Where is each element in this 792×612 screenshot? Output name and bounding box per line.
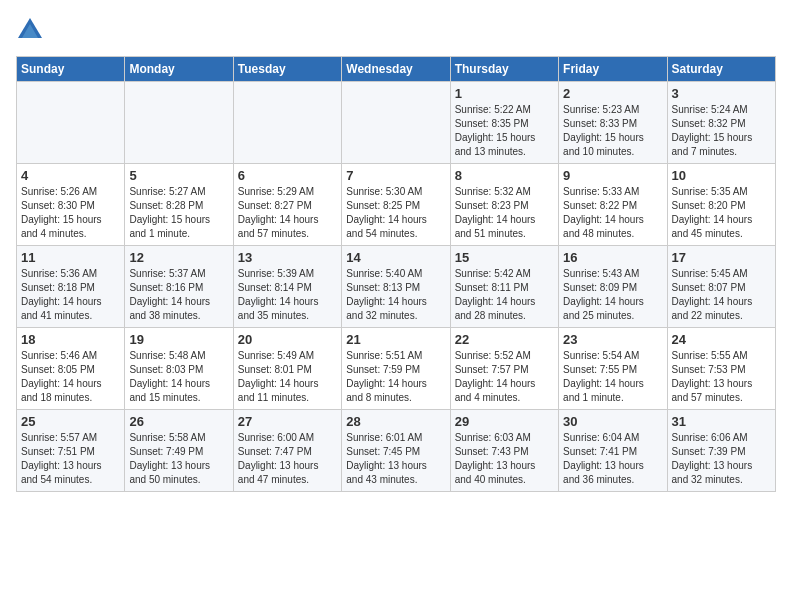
page-header (16, 16, 776, 44)
calendar-cell: 20Sunrise: 5:49 AM Sunset: 8:01 PM Dayli… (233, 328, 341, 410)
day-number: 16 (563, 250, 662, 265)
day-number: 25 (21, 414, 120, 429)
calendar-cell: 6Sunrise: 5:29 AM Sunset: 8:27 PM Daylig… (233, 164, 341, 246)
day-number: 20 (238, 332, 337, 347)
logo-icon (16, 16, 44, 44)
calendar-week-4: 18Sunrise: 5:46 AM Sunset: 8:05 PM Dayli… (17, 328, 776, 410)
day-number: 5 (129, 168, 228, 183)
calendar-cell: 23Sunrise: 5:54 AM Sunset: 7:55 PM Dayli… (559, 328, 667, 410)
day-info: Sunrise: 5:55 AM Sunset: 7:53 PM Dayligh… (672, 349, 771, 405)
calendar-cell: 28Sunrise: 6:01 AM Sunset: 7:45 PM Dayli… (342, 410, 450, 492)
calendar-cell: 18Sunrise: 5:46 AM Sunset: 8:05 PM Dayli… (17, 328, 125, 410)
calendar-cell: 13Sunrise: 5:39 AM Sunset: 8:14 PM Dayli… (233, 246, 341, 328)
calendar-cell: 8Sunrise: 5:32 AM Sunset: 8:23 PM Daylig… (450, 164, 558, 246)
calendar-cell: 10Sunrise: 5:35 AM Sunset: 8:20 PM Dayli… (667, 164, 775, 246)
calendar-cell: 26Sunrise: 5:58 AM Sunset: 7:49 PM Dayli… (125, 410, 233, 492)
calendar-cell (233, 82, 341, 164)
calendar-cell: 16Sunrise: 5:43 AM Sunset: 8:09 PM Dayli… (559, 246, 667, 328)
calendar-cell: 7Sunrise: 5:30 AM Sunset: 8:25 PM Daylig… (342, 164, 450, 246)
day-number: 8 (455, 168, 554, 183)
day-info: Sunrise: 5:40 AM Sunset: 8:13 PM Dayligh… (346, 267, 445, 323)
header-day-wednesday: Wednesday (342, 57, 450, 82)
header-day-monday: Monday (125, 57, 233, 82)
day-info: Sunrise: 5:22 AM Sunset: 8:35 PM Dayligh… (455, 103, 554, 159)
calendar-cell: 5Sunrise: 5:27 AM Sunset: 8:28 PM Daylig… (125, 164, 233, 246)
day-number: 2 (563, 86, 662, 101)
day-number: 9 (563, 168, 662, 183)
header-day-saturday: Saturday (667, 57, 775, 82)
calendar-week-2: 4Sunrise: 5:26 AM Sunset: 8:30 PM Daylig… (17, 164, 776, 246)
day-number: 29 (455, 414, 554, 429)
calendar-cell: 11Sunrise: 5:36 AM Sunset: 8:18 PM Dayli… (17, 246, 125, 328)
day-info: Sunrise: 5:33 AM Sunset: 8:22 PM Dayligh… (563, 185, 662, 241)
calendar-cell: 30Sunrise: 6:04 AM Sunset: 7:41 PM Dayli… (559, 410, 667, 492)
day-info: Sunrise: 6:06 AM Sunset: 7:39 PM Dayligh… (672, 431, 771, 487)
day-number: 18 (21, 332, 120, 347)
calendar-cell: 29Sunrise: 6:03 AM Sunset: 7:43 PM Dayli… (450, 410, 558, 492)
day-info: Sunrise: 5:36 AM Sunset: 8:18 PM Dayligh… (21, 267, 120, 323)
day-info: Sunrise: 6:04 AM Sunset: 7:41 PM Dayligh… (563, 431, 662, 487)
day-info: Sunrise: 5:42 AM Sunset: 8:11 PM Dayligh… (455, 267, 554, 323)
day-number: 4 (21, 168, 120, 183)
header-row: SundayMondayTuesdayWednesdayThursdayFrid… (17, 57, 776, 82)
day-number: 10 (672, 168, 771, 183)
day-info: Sunrise: 5:52 AM Sunset: 7:57 PM Dayligh… (455, 349, 554, 405)
day-number: 11 (21, 250, 120, 265)
calendar-cell: 2Sunrise: 5:23 AM Sunset: 8:33 PM Daylig… (559, 82, 667, 164)
calendar-cell: 21Sunrise: 5:51 AM Sunset: 7:59 PM Dayli… (342, 328, 450, 410)
day-info: Sunrise: 5:58 AM Sunset: 7:49 PM Dayligh… (129, 431, 228, 487)
calendar-cell: 25Sunrise: 5:57 AM Sunset: 7:51 PM Dayli… (17, 410, 125, 492)
day-number: 12 (129, 250, 228, 265)
calendar-week-3: 11Sunrise: 5:36 AM Sunset: 8:18 PM Dayli… (17, 246, 776, 328)
calendar-table: SundayMondayTuesdayWednesdayThursdayFrid… (16, 56, 776, 492)
day-number: 1 (455, 86, 554, 101)
calendar-cell: 31Sunrise: 6:06 AM Sunset: 7:39 PM Dayli… (667, 410, 775, 492)
day-info: Sunrise: 5:30 AM Sunset: 8:25 PM Dayligh… (346, 185, 445, 241)
day-number: 26 (129, 414, 228, 429)
day-info: Sunrise: 5:49 AM Sunset: 8:01 PM Dayligh… (238, 349, 337, 405)
header-day-friday: Friday (559, 57, 667, 82)
day-number: 15 (455, 250, 554, 265)
day-number: 19 (129, 332, 228, 347)
calendar-cell: 9Sunrise: 5:33 AM Sunset: 8:22 PM Daylig… (559, 164, 667, 246)
day-number: 22 (455, 332, 554, 347)
calendar-cell (125, 82, 233, 164)
day-info: Sunrise: 5:39 AM Sunset: 8:14 PM Dayligh… (238, 267, 337, 323)
day-info: Sunrise: 5:46 AM Sunset: 8:05 PM Dayligh… (21, 349, 120, 405)
day-number: 14 (346, 250, 445, 265)
calendar-cell: 15Sunrise: 5:42 AM Sunset: 8:11 PM Dayli… (450, 246, 558, 328)
day-number: 21 (346, 332, 445, 347)
day-info: Sunrise: 5:23 AM Sunset: 8:33 PM Dayligh… (563, 103, 662, 159)
header-day-sunday: Sunday (17, 57, 125, 82)
day-info: Sunrise: 5:29 AM Sunset: 8:27 PM Dayligh… (238, 185, 337, 241)
calendar-week-5: 25Sunrise: 5:57 AM Sunset: 7:51 PM Dayli… (17, 410, 776, 492)
calendar-cell: 4Sunrise: 5:26 AM Sunset: 8:30 PM Daylig… (17, 164, 125, 246)
day-info: Sunrise: 5:27 AM Sunset: 8:28 PM Dayligh… (129, 185, 228, 241)
calendar-week-1: 1Sunrise: 5:22 AM Sunset: 8:35 PM Daylig… (17, 82, 776, 164)
day-number: 23 (563, 332, 662, 347)
day-number: 6 (238, 168, 337, 183)
calendar-cell: 3Sunrise: 5:24 AM Sunset: 8:32 PM Daylig… (667, 82, 775, 164)
day-info: Sunrise: 5:37 AM Sunset: 8:16 PM Dayligh… (129, 267, 228, 323)
day-info: Sunrise: 6:03 AM Sunset: 7:43 PM Dayligh… (455, 431, 554, 487)
calendar-cell (17, 82, 125, 164)
day-info: Sunrise: 5:26 AM Sunset: 8:30 PM Dayligh… (21, 185, 120, 241)
day-number: 3 (672, 86, 771, 101)
day-info: Sunrise: 5:54 AM Sunset: 7:55 PM Dayligh… (563, 349, 662, 405)
header-day-thursday: Thursday (450, 57, 558, 82)
calendar-cell (342, 82, 450, 164)
calendar-cell: 17Sunrise: 5:45 AM Sunset: 8:07 PM Dayli… (667, 246, 775, 328)
day-number: 7 (346, 168, 445, 183)
calendar-cell: 1Sunrise: 5:22 AM Sunset: 8:35 PM Daylig… (450, 82, 558, 164)
day-number: 28 (346, 414, 445, 429)
calendar-cell: 12Sunrise: 5:37 AM Sunset: 8:16 PM Dayli… (125, 246, 233, 328)
day-info: Sunrise: 5:43 AM Sunset: 8:09 PM Dayligh… (563, 267, 662, 323)
header-day-tuesday: Tuesday (233, 57, 341, 82)
calendar-cell: 24Sunrise: 5:55 AM Sunset: 7:53 PM Dayli… (667, 328, 775, 410)
calendar-cell: 22Sunrise: 5:52 AM Sunset: 7:57 PM Dayli… (450, 328, 558, 410)
day-number: 13 (238, 250, 337, 265)
day-number: 17 (672, 250, 771, 265)
day-info: Sunrise: 5:51 AM Sunset: 7:59 PM Dayligh… (346, 349, 445, 405)
calendar-cell: 19Sunrise: 5:48 AM Sunset: 8:03 PM Dayli… (125, 328, 233, 410)
day-number: 31 (672, 414, 771, 429)
